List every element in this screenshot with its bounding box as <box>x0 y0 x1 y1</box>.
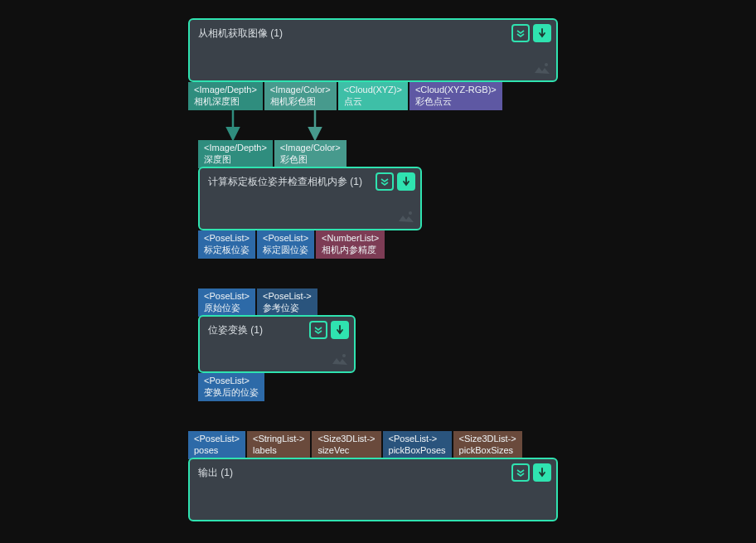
node-title: 输出 (1) <box>198 467 233 478</box>
output-port-cloud[interactable]: <Cloud(XYZ)>点云 <box>338 82 408 110</box>
node4-inputs: <PoseList>poses <StringList->labels <Siz… <box>188 431 522 459</box>
collapse-button[interactable] <box>309 321 327 339</box>
node1-outputs: <Image/Depth>相机深度图 <Image/Color>相机彩色图 <C… <box>188 82 502 110</box>
graph-canvas[interactable]: 从相机获取图像 (1) <Image/Depth>相机深度图 <Image/Co… <box>0 0 756 543</box>
output-port-color[interactable]: <Image/Color>相机彩色图 <box>264 82 337 110</box>
node3-inputs: <PoseList>原始位姿 <PoseList->参考位姿 <box>198 288 317 317</box>
input-port-depth[interactable]: <Image/Depth>深度图 <box>198 140 273 168</box>
input-port-refpose[interactable]: <PoseList->参考位姿 <box>257 288 317 317</box>
node-calib-pose[interactable]: 计算标定板位姿并检查相机内参 (1) <box>198 167 422 230</box>
output-port-boardpose[interactable]: <PoseList>标定板位姿 <box>198 230 255 259</box>
node3-outputs: <PoseList>变换后的位姿 <box>198 373 264 401</box>
input-port-color[interactable]: <Image/Color>彩色图 <box>274 140 346 168</box>
node2-outputs: <PoseList>标定板位姿 <PoseList>标定圆位姿 <NumberL… <box>198 230 385 259</box>
node-capture-camera[interactable]: 从相机获取图像 (1) <box>188 18 558 82</box>
input-port-labels[interactable]: <StringList->labels <box>247 431 310 459</box>
node-title: 位姿变换 (1) <box>208 324 263 336</box>
svg-point-4 <box>409 211 412 215</box>
run-button[interactable] <box>533 24 551 42</box>
image-placeholder-icon <box>331 351 349 368</box>
input-port-pickboxposes[interactable]: <PoseList->pickBoxPoses <box>383 431 452 459</box>
image-placeholder-icon <box>533 61 551 77</box>
node-title: 从相机获取图像 (1) <box>198 27 283 39</box>
run-button[interactable] <box>331 321 349 339</box>
svg-point-5 <box>342 354 346 357</box>
input-port-poses[interactable]: <PoseList>poses <box>188 431 245 459</box>
output-port-accuracy[interactable]: <NumberList>相机内参精度 <box>316 230 385 259</box>
output-port-depth[interactable]: <Image/Depth>相机深度图 <box>188 82 263 110</box>
output-port-circlepose[interactable]: <PoseList>标定圆位姿 <box>257 230 314 259</box>
output-port-transformed[interactable]: <PoseList>变换后的位姿 <box>198 373 264 401</box>
run-button[interactable] <box>397 172 415 191</box>
input-port-pickboxsizes[interactable]: <Size3DList->pickBoxSizes <box>453 431 522 459</box>
input-port-origpose[interactable]: <PoseList>原始位姿 <box>198 288 255 317</box>
output-port-cloud-rgb[interactable]: <Cloud(XYZ-RGB)>彩色点云 <box>410 82 502 110</box>
image-placeholder-icon <box>397 209 415 225</box>
node2-inputs: <Image/Depth>深度图 <Image/Color>彩色图 <box>198 140 346 168</box>
svg-point-3 <box>545 63 548 66</box>
collapse-button[interactable] <box>511 24 530 42</box>
node-output[interactable]: 输出 (1) <box>188 458 558 521</box>
node-pose-transform[interactable]: 位姿变换 (1) <box>198 315 356 373</box>
input-port-sizevec[interactable]: <Size3DList->sizeVec <box>312 431 380 459</box>
node-title: 计算标定板位姿并检查相机内参 (1) <box>208 176 362 187</box>
run-button[interactable] <box>533 463 551 482</box>
collapse-button[interactable] <box>376 172 394 191</box>
collapse-button[interactable] <box>511 463 530 482</box>
